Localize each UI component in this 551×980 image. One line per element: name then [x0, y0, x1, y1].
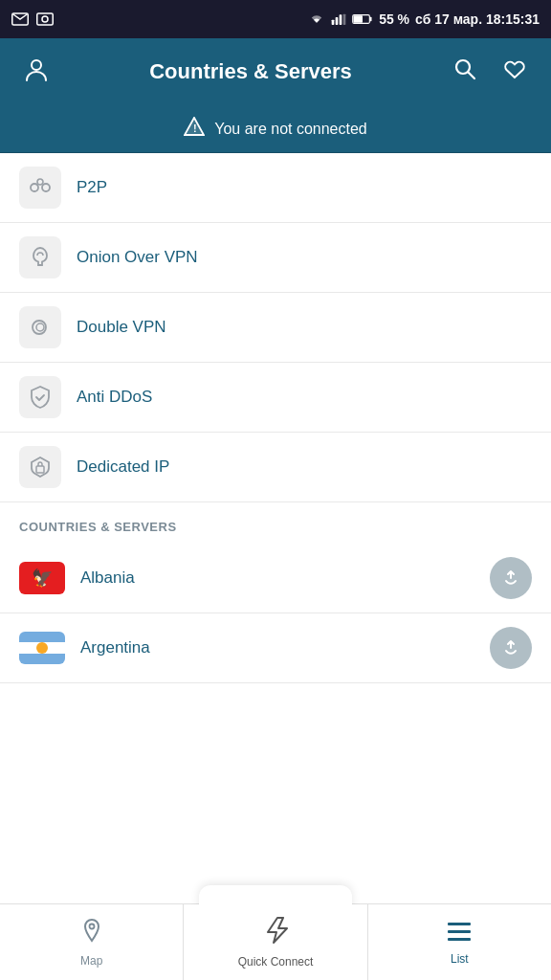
- svg-rect-6: [343, 14, 346, 25]
- map-pin-icon: [79, 918, 104, 950]
- double-vpn-label: Double VPN: [77, 318, 166, 337]
- svg-point-19: [89, 924, 94, 928]
- nav-list[interactable]: List: [368, 904, 551, 980]
- svg-line-12: [469, 73, 475, 79]
- datetime: сб 17 мар. 18:15:31: [415, 11, 540, 27]
- status-bar: 55 % сб 17 мар. 18:15:31: [0, 0, 551, 38]
- country-item-albania[interactable]: Albania: [0, 544, 551, 613]
- argentina-connect-button[interactable]: [490, 627, 532, 669]
- connection-warning-banner: ! You are not connected: [0, 105, 551, 153]
- argentina-label: Argentina: [80, 638, 490, 657]
- svg-point-15: [42, 184, 50, 191]
- profile-button[interactable]: [19, 56, 54, 88]
- svg-rect-21: [448, 930, 471, 933]
- svg-rect-1: [37, 13, 54, 25]
- list-item-dedicated-ip[interactable]: Dedicated IP: [0, 433, 551, 502]
- favorites-button[interactable]: [497, 56, 532, 87]
- svg-rect-22: [448, 938, 471, 941]
- albania-flag: [19, 562, 65, 594]
- battery-icon: [352, 13, 373, 25]
- countries-servers-section-header: COUNTRIES & SERVERS: [0, 502, 551, 544]
- svg-rect-9: [354, 15, 364, 22]
- nav-map[interactable]: Map: [0, 904, 183, 980]
- svg-point-16: [37, 179, 43, 185]
- double-vpn-icon: [19, 306, 61, 348]
- onion-icon: [19, 236, 61, 278]
- list-label: List: [451, 952, 469, 966]
- svg-point-2: [42, 16, 48, 22]
- country-item-argentina[interactable]: Argentina: [0, 613, 551, 683]
- warning-icon: !: [184, 117, 205, 141]
- status-bar-left: [11, 12, 54, 26]
- svg-rect-20: [448, 923, 471, 925]
- svg-rect-5: [340, 14, 342, 25]
- list-item-onion[interactable]: Onion Over VPN: [0, 223, 551, 293]
- list-icon: [446, 920, 473, 948]
- status-bar-right: 55 % сб 17 мар. 18:15:31: [308, 11, 540, 27]
- gmail-icon: [11, 12, 29, 26]
- map-label: Map: [80, 954, 102, 968]
- list-item-anti-ddos[interactable]: Anti DDoS: [0, 363, 551, 433]
- svg-text:!: !: [193, 122, 197, 134]
- dedicated-ip-icon: [19, 446, 61, 488]
- svg-point-10: [32, 60, 41, 70]
- svg-rect-4: [336, 17, 339, 25]
- dedicated-ip-label: Dedicated IP: [77, 457, 169, 477]
- list-item-p2p[interactable]: P2P: [0, 153, 551, 223]
- page-title: Countries & Servers: [54, 59, 448, 84]
- special-categories-list: P2P Onion Over VPN Double VPN An: [0, 153, 551, 502]
- bottom-navigation: Map Quick Connect List: [0, 903, 551, 980]
- svg-point-14: [31, 184, 38, 191]
- nav-quick-connect[interactable]: Quick Connect: [183, 904, 367, 980]
- svg-rect-8: [369, 17, 371, 21]
- albania-label: Albania: [80, 568, 490, 588]
- svg-rect-3: [332, 20, 335, 25]
- photo-icon: [36, 12, 54, 26]
- lightning-icon: [263, 916, 288, 951]
- warning-text: You are not connected: [214, 121, 367, 138]
- svg-rect-17: [36, 466, 44, 473]
- battery-percent: 55 %: [379, 11, 409, 27]
- search-button[interactable]: [448, 56, 482, 87]
- p2p-icon: [19, 167, 61, 209]
- onion-label: Onion Over VPN: [77, 248, 198, 267]
- countries-list: Albania Argentina: [0, 544, 551, 683]
- app-header: Countries & Servers: [0, 38, 551, 105]
- p2p-label: P2P: [77, 178, 107, 197]
- signal-icon: [331, 12, 346, 26]
- shield-icon: [19, 376, 61, 418]
- anti-ddos-label: Anti DDoS: [77, 388, 152, 407]
- argentina-flag: [19, 632, 65, 664]
- wifi-icon: [308, 12, 325, 26]
- quick-connect-label: Quick Connect: [238, 955, 314, 969]
- list-item-double-vpn[interactable]: Double VPN: [0, 293, 551, 363]
- albania-connect-button[interactable]: [490, 557, 532, 599]
